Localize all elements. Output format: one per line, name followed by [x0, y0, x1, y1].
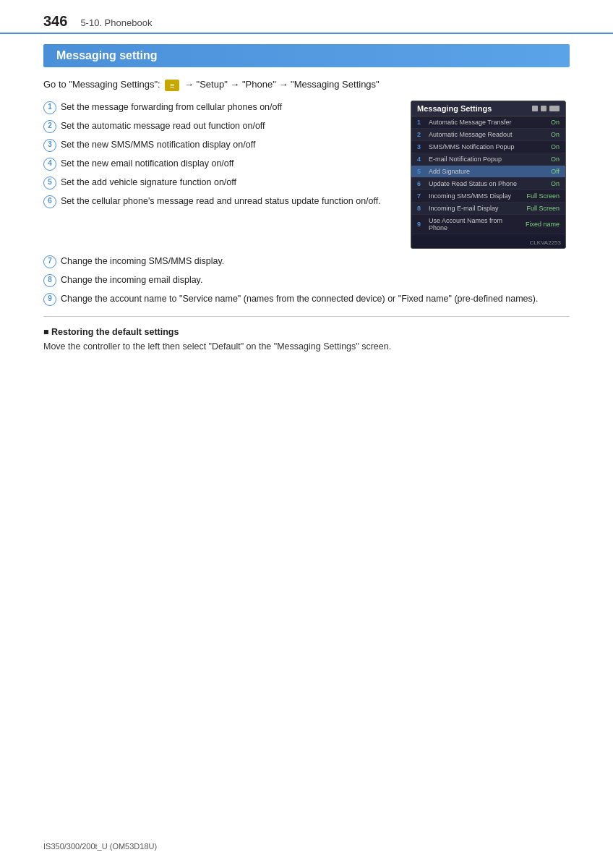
intro-before: Go to "Messaging Settings": — [43, 79, 163, 90]
bluetooth-icon — [541, 106, 546, 111]
step-text: Change the incoming email display. — [61, 273, 570, 286]
default-section: Restoring the default settings Move the … — [43, 327, 570, 354]
step-item: 9Change the account name to "Service nam… — [43, 292, 570, 306]
row-num: 7 — [417, 192, 427, 200]
row-num: 5 — [417, 168, 427, 175]
page-container: 346 5-10. Phonebook Messaging setting Go… — [0, 0, 613, 868]
menu-icon — [165, 80, 179, 91]
row-value: Full Screen — [520, 205, 560, 212]
signal-icon — [532, 106, 538, 111]
screenshot-row: 9 Use Account Names from Phone Fixed nam… — [411, 215, 565, 234]
default-text: Move the controller to the left then sel… — [43, 340, 570, 354]
step-item: 8Change the incoming email display. — [43, 273, 570, 287]
step-text: Change the account name to "Service name… — [61, 292, 570, 305]
page-chapter: 5-10. Phonebook — [80, 17, 152, 28]
screenshot-rows: 1 Automatic Message Transfer On 2 Automa… — [411, 116, 565, 234]
content-area: Go to "Messaging Settings": → "Setup" → … — [0, 67, 613, 363]
step-num: 6 — [43, 195, 56, 208]
screenshot-row: 1 Automatic Message Transfer On — [411, 116, 565, 129]
row-num: 9 — [417, 221, 427, 228]
step-text: Set the message forwarding from cellular… — [61, 101, 399, 114]
step-item: 1Set the message forwarding from cellula… — [43, 101, 399, 114]
screenshot-row: 3 SMS/MMS Notification Popup On — [411, 141, 565, 153]
screenshot-icons — [532, 106, 560, 111]
row-label: Automatic Message Transfer — [427, 119, 520, 126]
row-num: 4 — [417, 156, 427, 163]
screenshot-footer: CLKVA2253 — [411, 234, 565, 248]
step-list: 1Set the message forwarding from cellula… — [43, 101, 399, 208]
screenshot-topbar: Messaging Settings — [411, 101, 565, 116]
row-num: 8 — [417, 205, 427, 212]
screenshot-row: 5 Add Signature Off — [411, 166, 565, 178]
row-value: Fixed name — [520, 221, 560, 228]
footer-text: IS350/300/200t_U (OM53D18U) — [43, 842, 157, 851]
step-num: 3 — [43, 139, 56, 152]
step-text: Set the add vehicle signature function o… — [61, 176, 399, 189]
step-item: 6Set the cellular phone's message read a… — [43, 195, 399, 208]
step-text: Set the new email notification display o… — [61, 157, 399, 170]
row-num: 1 — [417, 119, 427, 126]
row-label: Update Read Status on Phone — [427, 180, 520, 187]
step-item: 7Change the incoming SMS/MMS display. — [43, 255, 570, 268]
step-item: 3Set the new SMS/MMS notification displa… — [43, 138, 399, 152]
intro-after: → "Setup" → "Phone" → "Messaging Setting… — [184, 79, 380, 90]
row-label: SMS/MMS Notification Popup — [427, 143, 520, 150]
row-value: Full Screen — [520, 192, 560, 200]
step-list-below: 7Change the incoming SMS/MMS display.8Ch… — [43, 255, 570, 306]
battery-icon — [549, 106, 560, 111]
row-label: Use Account Names from Phone — [427, 217, 520, 231]
page-header: 346 5-10. Phonebook — [0, 0, 613, 34]
row-value: Off — [520, 168, 560, 175]
step-item: 2Set the automatic message read out func… — [43, 119, 399, 133]
divider — [43, 316, 570, 317]
screenshot-row: 6 Update Read Status on Phone On — [411, 178, 565, 190]
screenshot-title: Messaging Settings — [417, 104, 492, 113]
two-col-layout: 1Set the message forwarding from cellula… — [43, 101, 570, 249]
step-text: Change the incoming SMS/MMS display. — [61, 255, 570, 268]
steps-col: 1Set the message forwarding from cellula… — [43, 101, 399, 213]
screenshot-col: Messaging Settings 1 Automatic Message T… — [411, 101, 570, 249]
row-value: On — [520, 131, 560, 138]
row-label: Incoming SMS/MMS Display — [427, 192, 520, 200]
row-num: 2 — [417, 131, 427, 138]
step-num: 1 — [43, 101, 56, 114]
step-num: 4 — [43, 158, 56, 171]
row-label: E-mail Notification Popup — [427, 156, 520, 163]
step-num: 5 — [43, 176, 56, 190]
screenshot-row: 4 E-mail Notification Popup On — [411, 153, 565, 166]
step-item: 4Set the new email notification display … — [43, 157, 399, 171]
step-num: 2 — [43, 120, 56, 133]
step-text: Set the new SMS/MMS notification display… — [61, 138, 399, 151]
row-num: 3 — [417, 143, 427, 150]
row-value: On — [520, 119, 560, 126]
default-title: Restoring the default settings — [43, 327, 570, 337]
row-num: 6 — [417, 180, 427, 187]
row-value: On — [520, 143, 560, 150]
step-text: Set the automatic message read out funct… — [61, 119, 399, 132]
screenshot-row: 7 Incoming SMS/MMS Display Full Screen — [411, 190, 565, 203]
step-text: Set the cellular phone's message read an… — [61, 195, 399, 208]
step-num: 8 — [43, 274, 56, 287]
row-label: Automatic Message Readout — [427, 131, 520, 138]
section-title: Messaging setting — [43, 44, 570, 67]
row-value: On — [520, 156, 560, 163]
screenshot-row: 2 Automatic Message Readout On — [411, 129, 565, 141]
row-label: Incoming E-mail Display — [427, 205, 520, 212]
page-footer: IS350/300/200t_U (OM53D18U) — [43, 842, 157, 851]
row-label: Add Signature — [427, 168, 520, 175]
row-value: On — [520, 180, 560, 187]
step-num: 7 — [43, 255, 56, 268]
page-number: 346 — [43, 13, 67, 30]
screenshot-code: CLKVA2253 — [530, 239, 561, 246]
screenshot-panel: Messaging Settings 1 Automatic Message T… — [411, 101, 566, 249]
step-item: 5Set the add vehicle signature function … — [43, 176, 399, 190]
step-num: 9 — [43, 293, 56, 306]
intro-text: Go to "Messaging Settings": → "Setup" → … — [43, 77, 570, 92]
screenshot-row: 8 Incoming E-mail Display Full Screen — [411, 203, 565, 215]
steps-below: 7Change the incoming SMS/MMS display.8Ch… — [43, 255, 570, 306]
